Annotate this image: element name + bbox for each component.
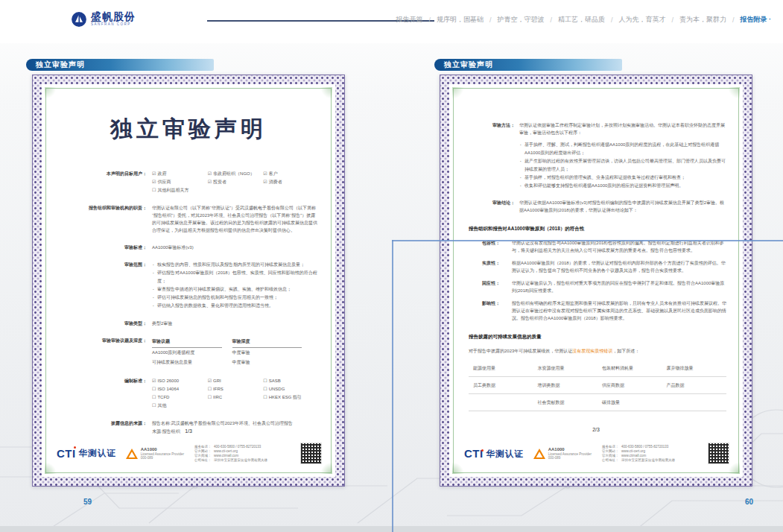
quality-indicators-table: 能源使用量 水资源使用量 包装材料消耗量 废弃物排放量 员工类数据 培训类数据 … bbox=[469, 360, 726, 411]
checkbox-label: ISO 14064 bbox=[157, 387, 179, 391]
aa1000-title: AA1000 bbox=[548, 447, 592, 452]
checkbox-icon: ☐ bbox=[263, 387, 267, 391]
checkbox-label: UNSDG bbox=[269, 387, 285, 391]
nav-item-label[interactable]: 护青空，守碧波 bbox=[497, 15, 544, 25]
field-label: 审验结论： bbox=[469, 199, 515, 214]
checkbox-label: 消费者 bbox=[269, 180, 282, 184]
checkbox-icon: ☐ bbox=[208, 387, 212, 391]
contact-block: 服务电话： 400-630-5800 / 0755-82720133 官方网站：… bbox=[194, 445, 267, 463]
field-label: 审验标准： bbox=[56, 244, 147, 251]
checkbox-item: ☑供应商 bbox=[152, 178, 208, 186]
nav-item[interactable]: / 规序明，固基础 bbox=[422, 15, 484, 25]
nav-item-label[interactable]: 精工艺，研品质 bbox=[558, 15, 605, 25]
checkbox-item: ☑客户 bbox=[263, 170, 319, 178]
nav-item[interactable]: / 责为本，聚群力 bbox=[665, 15, 726, 25]
corner-ornament bbox=[45, 462, 57, 474]
principle-label: 回应性： bbox=[482, 279, 509, 294]
company-name: 盛帆股份 bbox=[91, 11, 136, 22]
nav-item[interactable]: / 人为先，育英才 bbox=[605, 15, 666, 25]
corner-ornament bbox=[728, 87, 740, 99]
certificate-paper: 审验方法： 华测认证依据审验工作程序制定审验计划，并按照计划实施审验活动。华测认… bbox=[453, 88, 739, 473]
quality-cell: 水资源使用量 bbox=[533, 364, 598, 372]
contact-value: 深圳市宝安区新安街道华测检测大楼 bbox=[214, 458, 267, 463]
checkbox-label: 其他利益相关方 bbox=[157, 188, 188, 192]
contact-label: 公司地址： bbox=[602, 458, 621, 463]
cti-logo-dot bbox=[481, 449, 484, 452]
corner-ornament bbox=[320, 462, 332, 474]
quality-cell: 产品数据 bbox=[662, 381, 727, 389]
aa1000-badge: AA1000 Licensed Assurance Provider 000-0… bbox=[533, 447, 592, 460]
qr-code bbox=[708, 443, 729, 464]
contact-block: 服务电话： 400-630-5800 / 0755-82720133 官方网站：… bbox=[602, 445, 675, 463]
chapter-nav: / 报告开篇 / 规序明，固基础 / 护青空，守碧波 / 精工艺，研品质 / 人… bbox=[396, 15, 771, 25]
nav-item[interactable]: / 报告开篇 bbox=[396, 15, 422, 25]
quality-cell bbox=[469, 399, 533, 406]
method-list: 基于抽样、理解、测试，判断报告组织遵循AA1000原则的程度的流程，在此基础上对… bbox=[519, 141, 726, 190]
checkbox-label: 政府 bbox=[157, 171, 166, 176]
nav-item-label[interactable]: 责为本，聚群力 bbox=[679, 15, 726, 25]
field-standard: 审验标准： AA1000审验标准(v3) bbox=[56, 244, 319, 251]
checkbox-item: ☐TCFD bbox=[152, 393, 208, 402]
principle-text: 根据AA1000审验原则（2018）的要求，华测认证对报告组织内部和外部的各个方… bbox=[512, 259, 726, 274]
checkbox-label: 供应商 bbox=[157, 180, 171, 184]
scope-item: 核实报告的内容、性质和应用以及报告期内所呈现的可持续发展信息质量； bbox=[152, 261, 319, 269]
field-responsibility: 报告组织和审验机构的职责： 华测认证有限公司（以下简称“华测认证”）受武汉盛帆电… bbox=[56, 204, 319, 234]
method-intro: 华测认证依据审验工作程序制定审验计划，并按照计划实施审验活动。华测认证本着职业怀… bbox=[519, 121, 726, 136]
principle-text: 华测认证审验后认为，报告组织对重大事项方面的回应在报告中得到了界定和体现。报告符… bbox=[512, 279, 726, 294]
quality-cell: 培训类数据 bbox=[533, 381, 598, 389]
checkbox-item: ☐其他 bbox=[152, 402, 208, 410]
qr-code bbox=[300, 443, 322, 464]
standard-value: AA1000审验标准(v3) bbox=[152, 244, 319, 251]
lace-border: 独立审验声明 本声明的目标用户： ☑政府 ☑非政府组织（NGO） bbox=[32, 75, 345, 487]
contact-row: 公司地址： 深圳市宝安区新安街道华测检测大楼 bbox=[602, 458, 675, 463]
checkbox-item: ☐SASB bbox=[263, 377, 319, 385]
field-topics: 审验审验议题及深度： 审验议题 审验深度 bbox=[56, 337, 319, 367]
checkbox-label: SASB bbox=[269, 379, 281, 383]
aa1000-triangle-icon bbox=[125, 448, 139, 460]
topic-depth: 中度审验 bbox=[232, 348, 313, 358]
nav-item[interactable]: / 精工艺，研品质 bbox=[544, 15, 605, 25]
checkbox-label: 客户 bbox=[269, 171, 278, 176]
quality-cell: 能源使用量 bbox=[469, 364, 533, 372]
quality-table-row: 社会贡献数据 碳排放量 bbox=[469, 394, 726, 411]
field-label: 审验方法： bbox=[469, 121, 515, 190]
target-users-checkboxes: ☑政府 ☑非政府组织（NGO） ☑客户 ☑供应商 ☑投资者 bbox=[152, 170, 319, 194]
nav-item-label[interactable]: 报告附录 · bbox=[741, 15, 772, 25]
nav-item[interactable]: / 报告附录 · bbox=[726, 15, 771, 25]
field-label: 审验类型： bbox=[56, 320, 147, 327]
layout-guide-line-horizontal bbox=[392, 240, 783, 241]
checkbox-icon: ☐ bbox=[152, 387, 156, 391]
nav-item-label[interactable]: 人为先，育英才 bbox=[618, 15, 665, 25]
checkbox-icon: ☑ bbox=[152, 171, 156, 176]
quality-cell bbox=[662, 399, 727, 406]
principle-label: 影响性： bbox=[482, 300, 509, 322]
aa1000-triangle-icon bbox=[533, 448, 546, 460]
field-target-users: 本声明的目标用户： ☑政府 ☑非政府组织（NGO） ☑客户 bbox=[56, 170, 319, 194]
section-banner-right: 独立审验声明 bbox=[434, 59, 622, 71]
method-item: 基于抽样、理解、测试，判断报告组织遵循AA1000原则的程度的流程，在此基础上对… bbox=[519, 141, 726, 157]
field-label: 报告组织和审验机构的职责： bbox=[56, 204, 147, 234]
checkbox-icon: ☐ bbox=[152, 403, 156, 408]
sheet-page-indicator: 2/3 bbox=[454, 426, 738, 434]
checkbox-icon: ☑ bbox=[208, 379, 212, 383]
nav-separator: / bbox=[665, 16, 679, 24]
topics-table-header: 审验议题 审验深度 bbox=[152, 337, 312, 348]
nav-item[interactable]: / 护青空，守碧波 bbox=[484, 15, 545, 25]
checkbox-item: ☑GRI bbox=[208, 377, 264, 385]
company-logo[interactable]: 盛帆股份 SANFRAN CORP bbox=[71, 11, 136, 28]
conclusion-text: 华测认证依据AA1000审验标准(v3)对报告组织编制的报告中披露的可持续发展信… bbox=[519, 199, 726, 214]
responsibility-text: 华测认证有限公司（以下简称“华测认证”）受武汉盛帆电子股份有限公司（以下简称“报… bbox=[152, 204, 319, 234]
nav-item-label[interactable]: 报告开篇 bbox=[396, 15, 422, 25]
field-method: 审验方法： 华测认证依据审验工作程序制定审验计划，并按照计划实施审验活动。华测认… bbox=[469, 121, 726, 190]
topics-col1-header: 审验议题 bbox=[152, 337, 222, 348]
nav-item-label[interactable]: 规序明，固基础 bbox=[437, 15, 484, 25]
checkbox-icon: ☑ bbox=[152, 379, 156, 383]
certificate-footer: CTI 华测认证 AA1000 Licensed Assurance Provi… bbox=[57, 443, 322, 464]
quality-cell: 社会贡献数据 bbox=[533, 399, 598, 406]
assurance-statement-page-1: 独立审验声明 本声明的目标用户： ☑政府 ☑非政府组织（NGO） bbox=[32, 75, 345, 487]
checkbox-item: ☑非政府组织（NGO） bbox=[208, 170, 264, 178]
checkbox-label: IIRC bbox=[213, 395, 222, 399]
checkbox-item: ☐IIRC bbox=[208, 393, 264, 402]
quality-heading: 报告披露的可持续发展信息的质量 bbox=[469, 333, 726, 341]
scope-list: 核实报告的内容、性质和应用以及报告期内所呈现的可持续发展信息质量；评估报告对AA… bbox=[152, 261, 319, 310]
